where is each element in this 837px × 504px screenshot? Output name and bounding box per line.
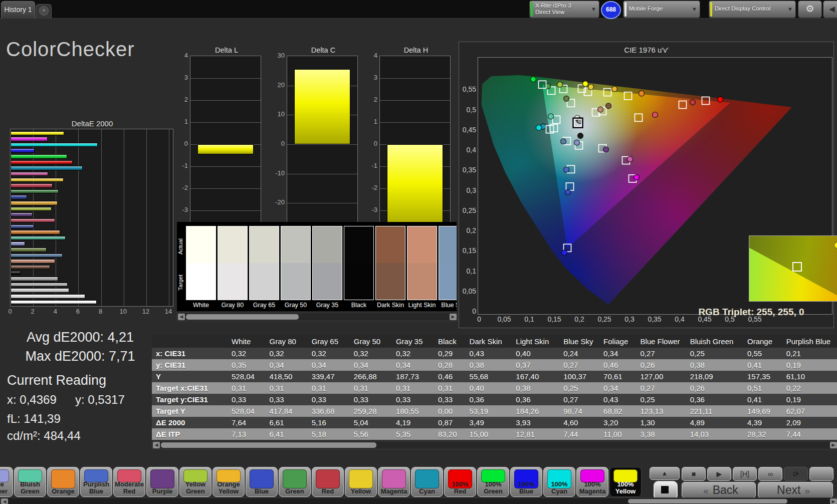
chevron-down-icon: ▼ [787, 6, 793, 12]
pattern-up-button[interactable]: ▲ [650, 467, 680, 480]
pattern-button-100-blue[interactable]: 100% Blue [510, 467, 542, 497]
cie-measured-black [578, 133, 583, 139]
table-cell: 0,19 [782, 359, 837, 371]
table-cell: 11,00 [599, 428, 636, 440]
page-scrollbar[interactable]: ◀ ▶ [0, 497, 837, 504]
record-button[interactable] [809, 467, 833, 481]
pattern-button-moderate-red[interactable]: ModerateRed [113, 467, 145, 497]
strip-swatch-label: Black [344, 302, 374, 309]
table-cell: 3,20 [599, 417, 636, 428]
scroll-right-icon[interactable]: ▶ [830, 442, 837, 448]
pattern-button-100-yellow[interactable]: 100%Yellow [609, 467, 642, 497]
play-button[interactable]: ▶ [707, 467, 731, 481]
table-cell: 218,09 [686, 371, 743, 382]
table-cell: 180,55 [392, 405, 434, 417]
add-tab-button[interactable]: + [36, 4, 52, 19]
deltae-bar-yellow [11, 178, 64, 182]
pattern-button-green[interactable]: Green [279, 467, 311, 497]
table-cell: 3,38 [636, 428, 686, 440]
refresh-button[interactable]: ⟳ [784, 467, 808, 481]
table-cell: 0,51 [743, 382, 782, 394]
tab-history-1[interactable]: History 1 [1, 1, 35, 19]
next-button[interactable]: Next» [758, 482, 833, 498]
device-selector[interactable]: Direct Display Control ▼ [709, 1, 796, 18]
meter-count-badge[interactable]: 688 [601, 1, 621, 19]
table-cell: 7,44 [782, 428, 837, 440]
table-cell: 0,31 [308, 382, 350, 394]
table-cell: 0,32 [350, 348, 392, 359]
cie-x-tick: 0,25 [595, 315, 613, 323]
table-scrollbar[interactable]: ◀ ▶ [152, 441, 837, 449]
pattern-button-100-red[interactable]: 100% Red [444, 467, 476, 497]
pattern-button-orange-yellow[interactable]: OrangeYellow [213, 467, 245, 497]
scroll-right-icon[interactable]: ▶ [830, 498, 837, 504]
table-cell: 4,19 [392, 417, 434, 428]
scroll-left-icon[interactable]: ◀ [1, 498, 8, 504]
scroll-right-icon[interactable]: ▶ [450, 314, 457, 320]
cie-x-tick: 0,2 [570, 315, 588, 323]
delta-l-chart: Delta L43210-1-2-3-4 [173, 46, 263, 236]
pattern-label: Green [280, 488, 310, 495]
table-col-gray-50: Gray 50 [350, 335, 392, 348]
scroll-left-icon[interactable]: ◀ [178, 314, 185, 320]
table-cell: 15,00 [466, 428, 512, 440]
pattern-button-yellow-green[interactable]: YellowGreen [179, 467, 212, 497]
table-cell: 0,38 [466, 359, 512, 371]
strip-scrollbar[interactable]: ◀ ▶ [177, 313, 458, 321]
table-cell: 528,04 [228, 405, 266, 417]
table-cell: 0,40 [466, 382, 512, 394]
loop-button[interactable]: ∞ [758, 467, 782, 481]
pattern-button-bluish-green[interactable]: BluishGreen [14, 467, 46, 497]
cie-measured-100-cyan [536, 125, 542, 130]
mini-y-tick: 10 [270, 110, 285, 118]
back-button[interactable]: «Back [682, 482, 756, 498]
pattern-button-blue-flower[interactable]: BlueFlower [0, 467, 13, 497]
pattern-button-100-green[interactable]: 100%Green [477, 467, 509, 497]
mini-y-tick: -2 [362, 184, 377, 191]
panel-collapse-button[interactable]: ◀ [823, 1, 837, 18]
cie-x-tick: 0,1 [520, 315, 538, 323]
pattern-button-100-cyan[interactable]: 100% Cyan [543, 467, 575, 497]
table-cell: 528,04 [228, 371, 266, 382]
pattern-chip [150, 469, 174, 488]
table-cell: 336,68 [308, 405, 350, 417]
pattern-label: BlueFlower [0, 481, 12, 495]
pattern-button-purplish-blue[interactable]: PurplishBlue [80, 467, 112, 497]
page-scrollbar-thumb[interactable] [628, 499, 787, 503]
current-x-readout: x: 0,4369 [7, 393, 57, 407]
pattern-button-blue[interactable]: Blue [246, 467, 278, 497]
mini-y-tick: -3 [362, 206, 377, 213]
table-cell: 0,25 [559, 382, 599, 394]
mini-y-tick: 0 [362, 140, 377, 147]
pattern-button-yellow[interactable]: Yellow [345, 467, 377, 497]
chevron-left-icon: ◀ [829, 5, 835, 13]
settings-button[interactable]: ⚙ [798, 1, 822, 18]
strip-scrollbar-thumb[interactable] [186, 314, 299, 320]
table-cell: 0,22 [782, 382, 837, 394]
table-cell: 123,13 [636, 405, 686, 417]
table-col-dark-skin: Dark Skin [466, 335, 512, 348]
table-row-label: ΔE ITP [152, 428, 228, 440]
mini-y-tick: 4 [173, 52, 188, 59]
pattern-button-100-magenta[interactable]: 100%Magenta [576, 467, 608, 497]
pattern-button-magenta[interactable]: Magenta [378, 467, 410, 497]
stop-button[interactable]: ■ [682, 467, 706, 481]
pattern-button-red[interactable]: Red [312, 467, 344, 497]
table-scrollbar-thumb[interactable] [161, 442, 376, 448]
cie-x-tick: 0,05 [495, 315, 513, 323]
table-cell: 0,31 [392, 382, 434, 394]
strip-swatch-label: Gray 65 [249, 302, 279, 309]
workflow-selector[interactable]: Mobile Forge ▼ [623, 1, 700, 18]
table-row-label: Y [152, 371, 228, 382]
current-y-readout: y: 0,5317 [75, 393, 125, 407]
scroll-left-icon[interactable]: ◀ [153, 442, 160, 448]
meter-selector[interactable]: X-Rite i1Pro 3 Direct View ▼ [529, 1, 599, 18]
pattern-button-orange[interactable]: Orange [47, 467, 79, 497]
table-cell: 0,33 [392, 394, 434, 405]
table-row-target-y-cie31: Target y:CIE310,330,330,330,330,330,330,… [152, 394, 837, 405]
deltae-bar-black [11, 271, 21, 276]
pattern-button-cyan[interactable]: Cyan [411, 467, 443, 497]
deltae-bar-moderate-red [11, 218, 55, 223]
pattern-button-purple[interactable]: Purple [146, 467, 178, 497]
pattern-size-button[interactable]: [H] [733, 467, 757, 481]
